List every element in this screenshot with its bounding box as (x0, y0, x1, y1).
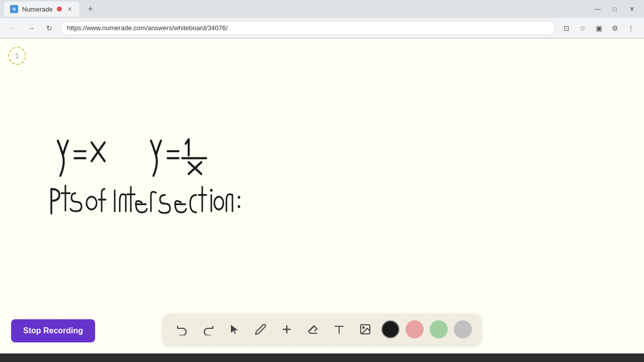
eraser-tool-button[interactable] (303, 319, 323, 339)
extension-icon[interactable]: ⚙ (608, 21, 622, 35)
svg-line-29 (310, 326, 314, 330)
browser-chrome: N Numerade ✕ + — □ ✕ ← → ↻ ⊡ ☆ ▣ ⚙ ⋮ (0, 0, 644, 39)
tab-close-button[interactable]: ✕ (66, 6, 73, 13)
color-pink-button[interactable] (406, 320, 424, 338)
text-tool-button[interactable] (329, 319, 349, 339)
color-green-button[interactable] (430, 320, 448, 338)
image-tool-button[interactable] (355, 319, 375, 339)
maximize-button[interactable]: □ (607, 2, 623, 16)
undo-button[interactable] (172, 319, 192, 339)
stop-recording-button[interactable]: Stop Recording (11, 319, 95, 342)
bookmark-icon[interactable]: ☆ (576, 21, 590, 35)
minimize-button[interactable]: — (590, 2, 606, 16)
svg-point-12 (87, 197, 97, 210)
close-button[interactable]: ✕ (624, 2, 640, 16)
color-black-button[interactable] (381, 320, 399, 338)
tab-title: Numerade (22, 6, 53, 13)
recording-indicator (57, 7, 62, 12)
svg-point-25 (238, 205, 240, 208)
svg-marker-26 (231, 325, 238, 334)
redo-button[interactable] (198, 319, 218, 339)
pen-tool-button[interactable] (251, 319, 271, 339)
menu-icon[interactable]: ⋮ (624, 21, 638, 35)
color-gray-button[interactable] (454, 320, 472, 338)
svg-point-23 (214, 197, 223, 210)
bottom-toolbar (163, 314, 481, 344)
page-indicator: 1 (8, 47, 26, 65)
back-button[interactable]: ← (6, 21, 20, 35)
url-input[interactable] (60, 21, 555, 35)
svg-point-22 (210, 189, 213, 192)
title-bar: N Numerade ✕ + — □ ✕ (0, 0, 644, 18)
forward-button[interactable]: → (24, 21, 38, 35)
svg-point-33 (363, 327, 364, 328)
select-tool-button[interactable] (224, 319, 245, 339)
window-controls: — □ ✕ (590, 2, 640, 16)
sidebar-icon[interactable]: ▣ (592, 21, 606, 35)
tab-favicon: N (10, 5, 18, 13)
browser-tab[interactable]: N Numerade ✕ (4, 2, 79, 17)
refresh-button[interactable]: ↻ (42, 21, 56, 35)
svg-point-24 (238, 196, 240, 199)
whiteboard-area[interactable]: 1 (0, 39, 644, 353)
whiteboard-content (0, 39, 644, 353)
cast-icon[interactable]: ⊡ (559, 21, 574, 35)
new-tab-button[interactable]: + (84, 2, 98, 16)
address-bar: ← → ↻ ⊡ ☆ ▣ ⚙ ⋮ (0, 18, 644, 38)
address-actions: ⊡ ☆ ▣ ⚙ ⋮ (559, 21, 638, 35)
add-button[interactable] (277, 319, 297, 339)
